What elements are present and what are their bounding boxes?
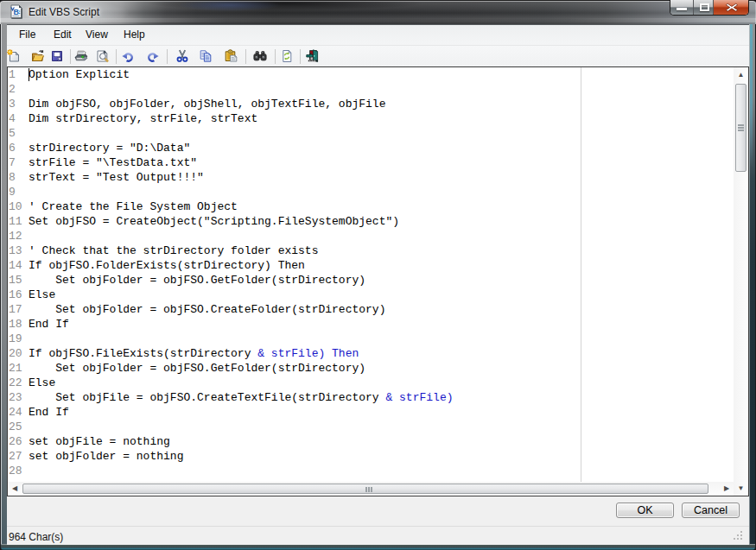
svg-text:B: B bbox=[13, 8, 19, 16]
